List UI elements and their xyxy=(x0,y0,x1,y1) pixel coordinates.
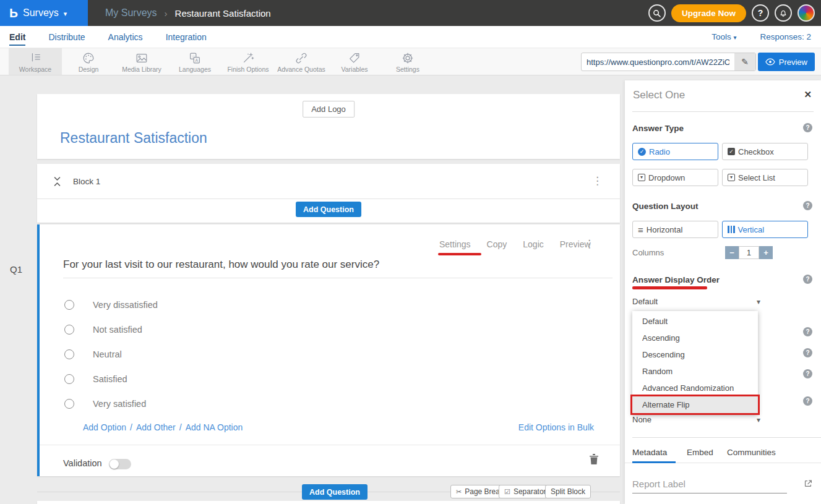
setting-help-icon[interactable]: ? xyxy=(803,327,812,336)
collapse-block-icon[interactable] xyxy=(53,176,61,189)
breadcrumb-my-surveys[interactable]: My Surveys xyxy=(105,7,157,19)
svg-text:☆: ☆ xyxy=(192,54,196,58)
edit-options-in-bulk-link[interactable]: Edit Options in Bulk xyxy=(518,422,594,432)
help-icon[interactable]: ? xyxy=(752,4,769,22)
top-bar: P Surveys ▾ My Surveys › Restaurant Sati… xyxy=(0,0,821,26)
answer-option-row[interactable]: Very dissatisfied xyxy=(64,300,158,310)
responses-count[interactable]: Responses: 2 xyxy=(760,32,811,41)
user-avatar[interactable] xyxy=(797,4,815,22)
chain-link-icon xyxy=(294,51,308,65)
answer-option-label: Not satisfied xyxy=(93,325,142,335)
tab-analytics[interactable]: Analytics xyxy=(108,32,143,42)
toolbar-item-design[interactable]: Design xyxy=(62,48,115,75)
answer-option-row[interactable]: Very satisfied xyxy=(64,399,146,409)
question-text[interactable]: For your last visit to our restaurant, h… xyxy=(63,258,608,271)
app-logo[interactable]: P Surveys ▾ xyxy=(0,0,88,26)
layout-horizontal-button[interactable]: ≡ Horizontal xyxy=(632,221,718,238)
preview-button[interactable]: Preview xyxy=(758,53,815,71)
panel-tab-metadata[interactable]: Metadata xyxy=(632,448,667,457)
workspace-icon xyxy=(28,51,42,65)
answer-type-select-list-button[interactable]: ▾ Select List xyxy=(722,169,808,186)
close-icon[interactable]: ✕ xyxy=(804,89,812,100)
tab-distribute[interactable]: Distribute xyxy=(48,32,85,42)
toolbar-item-advance-quotas[interactable]: Advance Quotas xyxy=(275,48,328,75)
menu-item-advanced-randomization[interactable]: Advanced Randomization xyxy=(632,380,758,396)
toolbar-item-variables[interactable]: Variables xyxy=(328,48,381,75)
question-menu-dots-icon[interactable]: ⋮ xyxy=(584,239,595,249)
add-logo-button[interactable]: Add Logo xyxy=(303,101,355,117)
add-other-link[interactable]: Add Other xyxy=(136,422,176,432)
toggle-knob xyxy=(110,459,119,469)
answer-type-dropdown-button[interactable]: ▾ Dropdown xyxy=(632,169,718,186)
toolbar-item-languages[interactable]: ☆A Languages xyxy=(168,48,221,75)
setting-help-icon[interactable]: ? xyxy=(803,396,812,406)
split-block-button[interactable]: Split Block xyxy=(545,485,591,498)
expand-external-icon[interactable] xyxy=(803,479,813,491)
next-block-card-edge xyxy=(37,501,620,504)
add-question-button-top[interactable]: Add Question xyxy=(296,202,361,217)
columns-plus-button[interactable]: + xyxy=(759,246,773,259)
tab-integration[interactable]: Integration xyxy=(166,32,207,42)
question-tab-settings[interactable]: Settings xyxy=(439,239,471,249)
panel-tab-communities[interactable]: Communities xyxy=(727,448,776,457)
answer-type-radio-button[interactable]: ✓ Radio xyxy=(632,143,718,160)
survey-url-input[interactable] xyxy=(582,53,734,70)
answer-type-help-icon[interactable]: ? xyxy=(803,123,812,132)
columns-minus-button[interactable]: − xyxy=(725,246,739,259)
report-label-input[interactable] xyxy=(632,477,787,493)
separator-button[interactable]: ☑ Separator xyxy=(499,485,552,498)
delete-question-trash-icon[interactable] xyxy=(589,453,599,468)
layout-vertical-button[interactable]: Vertical xyxy=(722,221,808,238)
columns-value[interactable]: 1 xyxy=(739,246,759,259)
panel-tab-embed[interactable]: Embed xyxy=(687,448,713,457)
block-menu-dots-icon[interactable]: ⋮ xyxy=(592,176,603,186)
menu-item-default[interactable]: Default xyxy=(632,313,758,330)
menu-item-alternate-flip[interactable]: Alternate Flip xyxy=(632,396,758,413)
add-question-button-bottom[interactable]: Add Question xyxy=(302,484,368,500)
search-icon[interactable] xyxy=(648,4,666,22)
question-tab-copy[interactable]: Copy xyxy=(487,239,507,249)
toolbar-item-settings[interactable]: Settings xyxy=(381,48,434,75)
toolbar-item-workspace[interactable]: Workspace xyxy=(9,48,62,75)
menu-item-descending[interactable]: Descending xyxy=(632,346,758,363)
answer-option-label: Satisfied xyxy=(93,374,127,384)
edit-url-pencil-icon[interactable]: ✎ xyxy=(734,53,755,70)
setting-help-icon[interactable]: ? xyxy=(803,369,812,378)
toolbar-item-media-library[interactable]: Media Library xyxy=(115,48,168,75)
question-tab-logic[interactable]: Logic xyxy=(523,239,543,249)
radio-icon[interactable] xyxy=(64,325,74,335)
notifications-bell-icon[interactable] xyxy=(775,4,792,22)
validation-toggle[interactable] xyxy=(109,459,131,469)
tools-menu[interactable]: Tools ▾ xyxy=(711,32,736,41)
radio-icon[interactable] xyxy=(64,374,74,384)
upgrade-now-button[interactable]: Upgrade Now xyxy=(671,4,746,22)
question-layout-help-icon[interactable]: ? xyxy=(803,201,812,210)
menu-item-random[interactable]: Random xyxy=(632,363,758,380)
radio-icon[interactable] xyxy=(64,349,74,359)
menu-item-ascending[interactable]: Ascending xyxy=(632,330,758,346)
none-select[interactable]: None ▾ xyxy=(632,415,760,424)
question-number: Q1 xyxy=(10,264,22,275)
answer-option-row[interactable]: Satisfied xyxy=(64,374,127,384)
radio-icon[interactable] xyxy=(64,300,74,310)
answer-type-option-label: Radio xyxy=(649,147,670,156)
answer-option-row[interactable]: Not satisfied xyxy=(64,325,142,335)
answer-option-label: Very dissatisfied xyxy=(93,300,158,310)
answer-type-checkbox-button[interactable]: ✓ Checkbox xyxy=(722,143,808,160)
layout-option-label: Vertical xyxy=(738,225,765,234)
add-na-option-link[interactable]: Add NA Option xyxy=(186,422,243,432)
answer-option-row[interactable]: Neutral xyxy=(64,349,122,359)
setting-help-icon[interactable]: ? xyxy=(803,348,812,357)
display-order-select[interactable]: Default ▾ xyxy=(632,297,760,306)
toolbar-item-finish-options[interactable]: Finish Options xyxy=(221,48,275,75)
radio-icon[interactable] xyxy=(64,399,74,409)
block-title[interactable]: Block 1 xyxy=(73,177,100,186)
tag-icon xyxy=(348,51,361,65)
survey-title[interactable]: Restaurant Satisfaction xyxy=(60,130,207,147)
check-square-icon: ☑ xyxy=(504,488,510,496)
tab-edit[interactable]: Edit xyxy=(9,32,25,46)
answer-display-order-help-icon[interactable]: ? xyxy=(803,275,812,284)
translate-icon: ☆A xyxy=(188,51,202,65)
add-option-link[interactable]: Add Option xyxy=(83,422,126,432)
columns-stepper: − 1 + xyxy=(725,246,773,259)
